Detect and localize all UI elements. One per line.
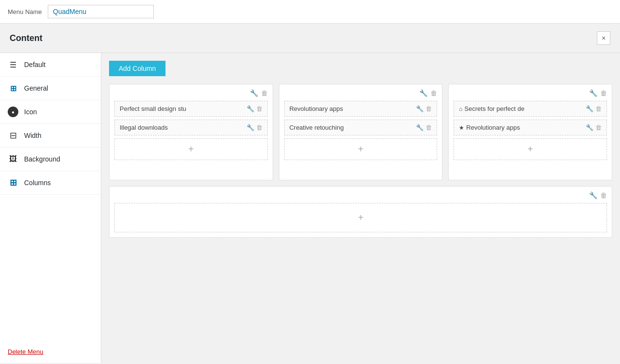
content-area: Add Column 🔧 🗑 Perfect small design stu …: [101, 53, 620, 363]
add-item-button-3[interactable]: +: [454, 138, 607, 160]
sidebar-item-label-columns: Columns: [24, 179, 51, 187]
menu-item-row: Revolutionary apps 🔧 🗑: [284, 101, 438, 117]
item-delete-icon[interactable]: 🗑: [595, 124, 602, 131]
menu-item-row: Creative retouching 🔧 🗑: [284, 120, 438, 135]
item-label: Revolutionary apps: [466, 124, 586, 131]
column-1-header: 🔧 🗑: [114, 89, 268, 97]
item-label: Perfect small design stu: [120, 105, 247, 112]
column-3-delete-icon[interactable]: 🗑: [600, 89, 607, 97]
column-3-settings-icon[interactable]: 🔧: [589, 89, 597, 97]
column-card-2: 🔧 🗑 Revolutionary apps 🔧 🗑 Creative reto…: [279, 84, 443, 180]
sidebar-item-background[interactable]: 🖼 Background: [0, 148, 101, 171]
sidebar-item-label-background: Background: [24, 155, 60, 163]
sidebar-item-width[interactable]: ⊟ Width: [0, 124, 101, 148]
item-settings-icon[interactable]: 🔧: [586, 105, 593, 112]
item-label: Revolutionary apps: [289, 105, 416, 112]
background-icon: 🖼: [8, 154, 18, 164]
column-card-1: 🔧 🗑 Perfect small design stu 🔧 🗑 Illegal…: [109, 84, 273, 180]
sidebar-item-label-general: General: [24, 84, 48, 92]
sidebar: Default ⊞ General ● Icon ⊟ Width 🖼 Backg…: [0, 53, 101, 363]
general-icon: ⊞: [8, 83, 18, 94]
sidebar-item-label-default: Default: [24, 61, 45, 68]
add-item-button-2[interactable]: +: [284, 138, 438, 160]
close-button[interactable]: ×: [597, 31, 610, 45]
item-delete-icon[interactable]: 🗑: [426, 105, 432, 112]
sidebar-item-label-width: Width: [24, 132, 41, 139]
bottom-add-button[interactable]: +: [114, 203, 607, 232]
bottom-row: 🔧 🗑 +: [109, 186, 612, 238]
menu-item-row: ⌂ Secrets for perfect de 🔧 🗑: [454, 101, 607, 117]
bottom-card: 🔧 🗑 +: [109, 186, 612, 238]
item-settings-icon[interactable]: 🔧: [586, 124, 593, 131]
menu-item-actions: 🔧 🗑: [416, 105, 432, 112]
content-header: Content ×: [0, 24, 620, 53]
sidebar-item-columns[interactable]: ⊞ Columns: [0, 171, 101, 195]
item-delete-icon[interactable]: 🗑: [256, 105, 262, 112]
item-label: Secrets for perfect de: [465, 105, 586, 112]
sidebar-item-label-icon: Icon: [24, 108, 37, 116]
content-title: Content: [10, 33, 42, 43]
icon-icon: ●: [8, 107, 18, 117]
column-1-delete-icon[interactable]: 🗑: [261, 89, 268, 97]
column-2-header: 🔧 🗑: [284, 89, 438, 97]
sidebar-item-default[interactable]: Default: [0, 53, 101, 77]
main-layout: Default ⊞ General ● Icon ⊟ Width 🖼 Backg…: [0, 53, 620, 363]
star-icon-prefix: ★: [459, 124, 464, 131]
bottom-settings-icon[interactable]: 🔧: [589, 191, 597, 199]
menu-item-actions: 🔧 🗑: [247, 124, 262, 131]
item-delete-icon[interactable]: 🗑: [426, 124, 432, 131]
hamburger-icon: [8, 59, 18, 70]
menu-item-actions: 🔧 🗑: [416, 124, 432, 131]
menu-item-row: ★ Revolutionary apps 🔧 🗑: [454, 120, 607, 135]
menu-item-row: Illegal downloads 🔧 🗑: [114, 120, 268, 135]
sidebar-footer: Delete Menu: [0, 340, 101, 363]
item-settings-icon[interactable]: 🔧: [416, 124, 424, 131]
bottom-delete-icon[interactable]: 🗑: [600, 191, 607, 199]
menu-item-actions: 🔧 🗑: [586, 124, 602, 131]
column-card-3: 🔧 🗑 ⌂ Secrets for perfect de 🔧 🗑 ★ Revol…: [448, 84, 612, 180]
menu-name-input[interactable]: [48, 5, 154, 18]
item-settings-icon[interactable]: 🔧: [247, 124, 254, 131]
home-icon-prefix: ⌂: [459, 106, 462, 112]
menu-name-label: Menu Name: [8, 8, 42, 15]
width-icon: ⊟: [8, 130, 18, 141]
add-column-button[interactable]: Add Column: [109, 61, 165, 76]
item-settings-icon[interactable]: 🔧: [247, 105, 254, 112]
top-bar: Menu Name: [0, 0, 620, 24]
column-2-delete-icon[interactable]: 🗑: [430, 89, 437, 97]
menu-item-row: Perfect small design stu 🔧 🗑: [114, 101, 268, 117]
column-2-settings-icon[interactable]: 🔧: [419, 89, 427, 97]
sidebar-item-icon[interactable]: ● Icon: [0, 100, 101, 124]
item-label: Creative retouching: [289, 124, 416, 131]
add-item-button-1[interactable]: +: [114, 138, 268, 160]
column-1-settings-icon[interactable]: 🔧: [250, 89, 258, 97]
column-3-header: 🔧 🗑: [454, 89, 607, 97]
delete-menu-link[interactable]: Delete Menu: [8, 348, 43, 355]
item-label: Illegal downloads: [120, 124, 247, 131]
item-delete-icon[interactable]: 🗑: [256, 124, 262, 131]
sidebar-item-general[interactable]: ⊞ General: [0, 77, 101, 100]
item-settings-icon[interactable]: 🔧: [416, 105, 424, 112]
columns-row: 🔧 🗑 Perfect small design stu 🔧 🗑 Illegal…: [109, 84, 612, 180]
menu-item-actions: 🔧 🗑: [247, 105, 262, 112]
menu-item-actions: 🔧 🗑: [586, 105, 602, 112]
item-delete-icon[interactable]: 🗑: [595, 105, 602, 112]
bottom-card-header: 🔧 🗑: [114, 191, 607, 199]
columns-icon: ⊞: [8, 177, 18, 188]
